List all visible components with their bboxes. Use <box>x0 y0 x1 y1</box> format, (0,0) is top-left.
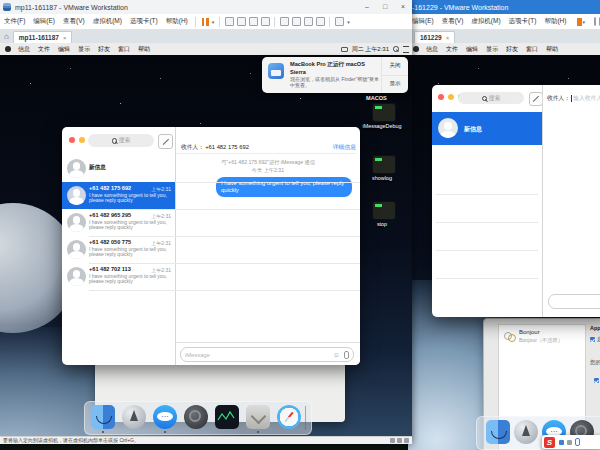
menu-window[interactable]: 窗口 <box>118 45 130 54</box>
vm-tab-mp11-161187[interactable]: mp11-161187 × <box>13 31 73 43</box>
close-icon[interactable]: × <box>446 35 450 41</box>
sogou-input-bar[interactable]: S <box>542 435 600 449</box>
script-label[interactable]: showlog <box>352 175 412 181</box>
script-icon-showlog[interactable] <box>372 155 396 174</box>
display-settings-icon[interactable] <box>335 17 344 26</box>
menu-messages[interactable]: 信息 <box>18 45 30 54</box>
menu-view[interactable]: 显示 <box>486 45 498 54</box>
menu-view[interactable]: 查看(V) <box>59 17 89 26</box>
conversation-row[interactable]: +61 482 965 295 上午2:31 I have something … <box>62 209 175 236</box>
chevron-down-icon[interactable]: ▾ <box>347 19 350 25</box>
safari-icon[interactable] <box>277 405 301 429</box>
notification-close-button[interactable]: 关闭 <box>382 57 408 75</box>
notification-center-icon[interactable] <box>403 46 409 53</box>
menu-help[interactable]: 帮助 <box>546 45 558 54</box>
snapshot-camera-icon[interactable] <box>249 17 258 26</box>
menu-edit[interactable]: 编辑 <box>466 45 478 54</box>
minimize-icon[interactable] <box>448 94 454 100</box>
messages-icon[interactable] <box>153 405 177 429</box>
display-icon[interactable] <box>341 47 348 52</box>
apple-icon[interactable] <box>5 46 11 52</box>
menu-file[interactable]: 文件(F) <box>0 17 29 26</box>
recipient-row[interactable]: 收件人： +61 482 175 692 详细信息 <box>176 141 356 154</box>
compose-button[interactable] <box>529 92 543 106</box>
conversation-row-selected[interactable]: +61 482 175 692 上午2:31 I have something … <box>62 182 175 209</box>
sogou-mode-icon[interactable] <box>559 440 564 445</box>
imessage-input[interactable]: iMessage ☺ <box>180 347 354 362</box>
menu-view[interactable]: 查看(V) <box>438 17 468 26</box>
spotlight-search-icon[interactable] <box>393 46 399 52</box>
menu-messages[interactable]: 信息 <box>426 45 438 54</box>
toolbar-icon[interactable] <box>594 17 596 26</box>
snapshot-clock-icon[interactable] <box>237 17 246 26</box>
close-icon[interactable] <box>438 94 444 100</box>
mic-icon[interactable] <box>344 351 349 359</box>
info-checkbox-row[interactable] <box>594 371 600 389</box>
account-item-bonjour[interactable]: Bonjour Bonjour（不活跃） <box>499 325 585 349</box>
menu-vm[interactable]: 虚拟机(M) <box>89 17 126 26</box>
messages-window-right[interactable]: 搜索 收件人： 输入收件人 新信息 <box>432 85 600 317</box>
menu-file[interactable]: 文件 <box>446 45 458 54</box>
menu-view[interactable]: 显示 <box>78 45 90 54</box>
mic-icon[interactable] <box>575 438 580 446</box>
conversation-row[interactable]: +61 482 702 113 上午2:31 I have something … <box>62 263 175 290</box>
conversation-row-new[interactable]: 新信息 <box>62 155 175 182</box>
enable-account-row[interactable]: 启用 <box>590 336 600 343</box>
menu-window[interactable]: 窗口 <box>526 45 538 54</box>
show-library-icon[interactable] <box>280 17 289 26</box>
emoji-icon[interactable]: ☺ <box>333 352 340 358</box>
menubar-clock[interactable]: 周二 上午2:31 <box>352 45 389 54</box>
recipient-value[interactable]: +61 482 175 692 <box>205 144 249 150</box>
notification-show-button[interactable]: 显示 <box>382 75 408 94</box>
pause-vm-icon[interactable] <box>202 18 209 26</box>
apple-icon[interactable] <box>413 46 419 52</box>
volume-label-macos[interactable]: MACOS <box>366 95 387 101</box>
titlebar-left[interactable]: mp11-161187 - VMware Workstation – □ × <box>0 0 412 15</box>
menu-edit[interactable]: 编辑(E) <box>408 17 438 26</box>
details-button[interactable]: 详细信息 <box>333 143 356 152</box>
installer-icon[interactable] <box>246 405 270 429</box>
compose-button[interactable] <box>158 134 173 149</box>
menu-help[interactable]: 帮助(H) <box>540 17 570 26</box>
launchpad-icon[interactable] <box>122 405 146 429</box>
search-input[interactable]: 搜索 <box>458 92 524 104</box>
finder-icon[interactable] <box>91 405 115 429</box>
menu-tabs[interactable]: 选项卡(T) <box>505 17 541 26</box>
menu-help[interactable]: 帮助 <box>138 45 150 54</box>
conversation-new-message[interactable]: 新信息 <box>432 112 542 145</box>
menu-tabs[interactable]: 选项卡(T) <box>126 17 162 26</box>
script-icon-stop[interactable] <box>372 201 396 220</box>
script-icon-imessagedebug[interactable] <box>372 103 396 122</box>
manage-snapshots-icon[interactable] <box>261 17 270 26</box>
menu-edit[interactable]: 编辑 <box>58 45 70 54</box>
menu-buddies[interactable]: 好友 <box>98 45 110 54</box>
vm-tab-161229[interactable]: 161229 × <box>414 31 455 43</box>
maximize-button[interactable]: □ <box>376 0 394 14</box>
titlebar-right[interactable]: -161229 - VMware Workstation <box>408 0 600 15</box>
menu-vm[interactable]: 虚拟机(M) <box>467 17 504 26</box>
search-input[interactable]: 搜索 <box>88 134 154 147</box>
chevron-down-icon[interactable]: ▾ <box>582 19 585 25</box>
home-tab-icon[interactable]: ⌂ <box>4 32 9 42</box>
sogou-logo[interactable]: S <box>544 437 555 448</box>
send-cad-icon[interactable] <box>225 17 234 26</box>
checkbox-checked-icon[interactable] <box>594 378 599 383</box>
script-label[interactable]: iMessageDebug <box>352 123 412 129</box>
close-icon[interactable] <box>69 137 75 143</box>
recipient-row[interactable]: 收件人： 输入收件人 <box>547 94 600 103</box>
menu-edit[interactable]: 编辑(E) <box>29 17 59 26</box>
console-view-icon[interactable] <box>292 17 301 26</box>
messages-window-left[interactable]: 搜索 收件人： +61 482 175 692 详细信息 与"+61 482 1… <box>62 127 360 365</box>
menu-help[interactable]: 帮助(H) <box>162 17 192 26</box>
menu-file[interactable]: 文件 <box>38 45 50 54</box>
script-label[interactable]: stop <box>352 221 412 227</box>
minimize-button[interactable]: – <box>358 0 376 14</box>
finder-icon[interactable] <box>486 420 510 444</box>
unity-icon[interactable] <box>316 17 325 26</box>
launchpad-icon[interactable] <box>514 420 538 444</box>
imessage-input[interactable] <box>548 294 600 309</box>
close-icon[interactable]: × <box>63 35 67 41</box>
conversation-row[interactable]: +61 482 050 775 上午2:31 I have something … <box>62 236 175 263</box>
minimize-icon[interactable] <box>79 137 85 143</box>
checkbox-checked-icon[interactable] <box>590 337 595 342</box>
